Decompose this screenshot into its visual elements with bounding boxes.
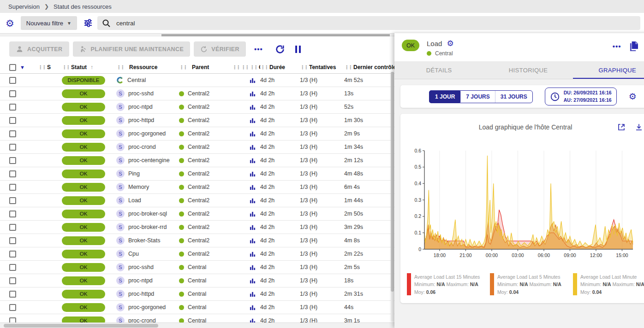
row-checkbox[interactable] — [9, 90, 16, 97]
drag-handle-icon[interactable]: ⋮⋮ — [232, 64, 239, 70]
breadcrumb-supervision[interactable]: Supervision — [8, 3, 40, 10]
drag-handle-icon[interactable]: ⋮⋮ — [179, 64, 186, 70]
parent-name[interactable]: Central2 — [188, 224, 209, 230]
resource-cell[interactable]: Sproc-ntpd — [116, 103, 179, 111]
resource-cell[interactable]: Sproc-sshd — [116, 263, 179, 271]
graph-icon[interactable] — [250, 305, 256, 310]
row-checkbox[interactable] — [9, 277, 16, 284]
table-row[interactable]: OKSproc-sshdCentral24d 2h1/3 (H)13s — [0, 87, 394, 100]
table-row[interactable]: OKSproc-sshdCentral4d 2h1/3 (H)2m 5s — [0, 261, 394, 274]
table-row[interactable]: OKSCpuCentral24d 2h1/3 (H)2m 22s — [0, 247, 394, 261]
row-checkbox[interactable] — [9, 117, 16, 124]
resource-name[interactable]: proc-gorgoned — [128, 130, 166, 137]
parent-name[interactable]: Central2 — [188, 237, 209, 244]
resource-settings-gear-icon[interactable]: ⚙ — [447, 40, 453, 47]
horizontal-scrollbar-top[interactable] — [0, 33, 394, 36]
drag-handle-icon[interactable]: ⋮⋮ — [250, 64, 257, 70]
resource-name[interactable]: Broker-Stats — [128, 237, 160, 244]
row-checkbox[interactable] — [9, 170, 16, 177]
pause-icon[interactable] — [295, 46, 301, 53]
tab-graphique[interactable]: GRAPHIQUE — [573, 61, 644, 79]
graph-icon[interactable] — [250, 211, 256, 217]
resource-cell[interactable]: Central — [116, 76, 179, 84]
row-checkbox[interactable] — [9, 264, 16, 271]
table-row[interactable]: OKSproc-gorgonedCentral4d 2h1/3 (H)44s — [0, 301, 394, 314]
graph-icon[interactable] — [250, 77, 256, 83]
resource-name[interactable]: proc-gorgoned — [128, 304, 166, 310]
column-header-severity[interactable]: S — [47, 64, 51, 70]
row-checkbox[interactable] — [9, 157, 16, 164]
breadcrumb-statut-ressources[interactable]: Statut des ressources — [54, 3, 112, 10]
drag-handle-icon[interactable]: ⋮⋮ — [62, 64, 69, 70]
filters-gear-icon[interactable]: ⚙ — [6, 18, 14, 28]
graph-icon[interactable] — [250, 198, 256, 204]
table-row[interactable]: OKSproc-broker-sqlCentral24d 2h1/3 (H)2m… — [0, 207, 394, 221]
resource-cell[interactable]: Sproc-broker-sql — [116, 210, 179, 218]
search-input[interactable] — [116, 20, 636, 27]
column-header-ressource[interactable]: Ressource — [129, 64, 157, 70]
graph-icon[interactable] — [250, 251, 256, 257]
row-checkbox[interactable] — [9, 304, 16, 311]
resource-name[interactable]: Memory — [128, 184, 149, 190]
range-31-days-button[interactable]: 31 JOURS — [495, 91, 532, 103]
check-button[interactable]: VÉRIFIER — [194, 41, 246, 57]
resource-cell[interactable]: SPing — [116, 170, 179, 178]
graph-icon[interactable] — [250, 291, 256, 297]
parent-name[interactable]: Central2 — [188, 157, 209, 164]
graph-icon[interactable] — [250, 184, 256, 190]
download-icon[interactable] — [635, 123, 643, 131]
select-menu-caret-icon[interactable]: ▼ — [20, 64, 25, 70]
column-header-duree[interactable]: Durée — [269, 64, 285, 70]
resource-name[interactable]: proc-crond — [128, 144, 156, 150]
table-row[interactable]: OKSPingCentral24d 2h1/3 (H)4m 48s — [0, 167, 394, 181]
table-row[interactable]: OKSproc-gorgonedCentral24d 2h1/3 (H)2m 9… — [0, 127, 394, 141]
table-row[interactable]: OKSproc-ntpdCentral4d 2h1/3 (H)18s — [0, 274, 394, 287]
parent-name[interactable]: Central2 — [188, 211, 209, 217]
table-row[interactable]: OKSproc-httpdCentral24d 2h1/3 (H)1m 30s — [0, 114, 394, 127]
resource-name[interactable]: proc-sshd — [128, 90, 154, 97]
date-range-picker[interactable]: DU: 26/09/2021 16:16 AU: 27/09/2021 16:1… — [545, 88, 617, 105]
resource-name[interactable]: proc-broker-rrd — [128, 224, 167, 230]
table-row[interactable]: OKSBroker-StatsCentral24d 2h1/3 (H)4m 8s — [0, 234, 394, 247]
parent-name[interactable]: Central — [188, 277, 206, 284]
resource-name[interactable]: Cpu — [128, 251, 139, 257]
resource-name[interactable]: proc-broker-sql — [128, 211, 167, 217]
graph-icon[interactable] — [250, 264, 256, 270]
parent-name[interactable]: Central2 — [188, 130, 209, 137]
range-7-days-button[interactable]: 7 JOURS — [460, 91, 495, 103]
drag-handle-icon[interactable]: ⋮⋮ — [344, 64, 352, 70]
resource-cell[interactable]: Sproc-gorgoned — [116, 129, 179, 138]
legend-item[interactable]: Average Load Last 5 MinutesMinimum: N/A … — [490, 273, 567, 296]
row-checkbox[interactable] — [9, 237, 16, 244]
horizontal-scrollbar-bottom[interactable] — [0, 322, 394, 328]
plan-maintenance-button[interactable]: PLANIFIER UNE MAINTENANCE — [73, 41, 191, 57]
copy-link-icon[interactable] — [629, 41, 638, 51]
more-actions-button[interactable]: ••• — [254, 45, 263, 53]
vertical-scrollbar[interactable] — [391, 72, 394, 322]
graph-icon[interactable] — [250, 104, 256, 110]
resource-cell[interactable]: Sproc-crond — [116, 143, 179, 151]
resource-cell[interactable]: SBroker-Stats — [116, 236, 179, 245]
graph-icon[interactable] — [250, 144, 256, 150]
row-checkbox[interactable] — [9, 144, 16, 151]
select-all-checkbox[interactable] — [9, 64, 16, 71]
tab-historique[interactable]: HISTORIQUE — [483, 61, 572, 79]
parent-name[interactable]: Central2 — [188, 104, 209, 110]
resource-cell[interactable]: SCpu — [116, 250, 179, 258]
row-checkbox[interactable] — [9, 224, 16, 231]
drag-handle-icon[interactable]: ⋮⋮ — [260, 64, 268, 70]
row-checkbox[interactable] — [9, 251, 16, 258]
column-header-tentatives[interactable]: Tentatives — [309, 64, 336, 70]
table-row[interactable]: DISPONIBLECentral4d 2h1/3 (H)4m 52s — [0, 74, 394, 87]
graph-icon[interactable] — [250, 238, 256, 244]
open-in-new-icon[interactable] — [617, 123, 626, 131]
graph-icon[interactable] — [250, 224, 256, 230]
row-checkbox[interactable] — [9, 211, 16, 217]
parent-name[interactable]: Central2 — [188, 251, 209, 257]
range-1-day-button[interactable]: 1 JOUR — [429, 90, 461, 103]
parent-name[interactable]: Central — [188, 304, 206, 310]
resource-cell[interactable]: Sproc-ntpd — [116, 276, 179, 285]
resource-cell[interactable]: SMemory — [116, 183, 179, 191]
table-row[interactable]: OKSproc-httpdCentral4d 2h1/3 (H)2m 31s — [0, 287, 394, 301]
new-filter-button[interactable]: Nouveau filtre ▼ — [21, 16, 77, 30]
